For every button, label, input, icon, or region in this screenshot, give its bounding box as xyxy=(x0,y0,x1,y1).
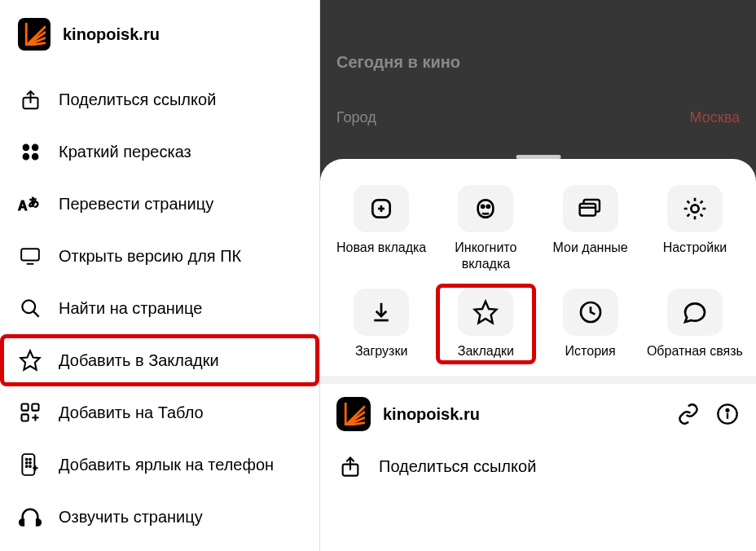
star-icon xyxy=(18,348,42,372)
gear-icon xyxy=(667,185,723,232)
tile-label: Новая вкладка xyxy=(336,240,426,256)
svg-rect-18 xyxy=(32,404,38,411)
summary-icon xyxy=(18,139,42,164)
sheet-share-row[interactable]: Поделиться ссылкой xyxy=(320,444,756,480)
svg-point-36 xyxy=(487,205,490,208)
sheet-site-name: kinopoisk.ru xyxy=(383,405,676,424)
kinopoisk-logo xyxy=(336,397,371,431)
svg-point-7 xyxy=(32,144,37,150)
svg-rect-17 xyxy=(22,404,29,411)
right-panel: Сегодня в кино Город Москва Новая вкладк… xyxy=(320,0,756,551)
sheet-site-row: kinopoisk.ru xyxy=(320,384,756,444)
svg-point-9 xyxy=(32,153,37,159)
svg-text:あ: あ xyxy=(29,196,39,208)
sheet-actions xyxy=(676,402,740,426)
phone-shortcut-icon xyxy=(18,452,42,477)
copy-link-button[interactable] xyxy=(676,402,701,426)
menu-item-label: Добавить ярлык на телефон xyxy=(59,456,274,474)
menu-list: Поделиться ссылкой Краткий пересказ Aあ П… xyxy=(0,73,319,543)
dim-city-value: Москва xyxy=(690,109,740,126)
sheet-share-label: Поделиться ссылкой xyxy=(379,457,536,476)
svg-point-28 xyxy=(29,465,31,467)
left-context-menu: kinopoisk.ru Поделиться ссылкой Краткий … xyxy=(0,0,320,551)
tile-label: Закладки xyxy=(458,343,514,359)
clock-icon xyxy=(563,289,618,336)
menu-item-add-shortcut[interactable]: Добавить ярлык на телефон xyxy=(0,439,319,491)
tile-bookmarks[interactable]: Закладки xyxy=(436,284,535,364)
site-name: kinopoisk.ru xyxy=(63,25,160,44)
plus-icon xyxy=(354,185,409,232)
chat-icon xyxy=(667,289,723,336)
tile-new-tab[interactable]: Новая вкладка xyxy=(332,180,431,277)
menu-item-translate[interactable]: Aあ Перевести страницу xyxy=(0,178,319,230)
tile-incognito[interactable]: Инкогнито вкладка xyxy=(436,180,535,277)
menu-item-label: Озвучить страницу xyxy=(59,508,203,527)
svg-rect-22 xyxy=(22,454,34,475)
svg-point-25 xyxy=(26,462,28,464)
dim-city-row: Город Москва xyxy=(336,109,740,126)
star-icon xyxy=(458,289,513,336)
search-icon xyxy=(18,296,42,320)
divider xyxy=(320,376,756,384)
svg-point-8 xyxy=(23,153,29,159)
menu-item-summary[interactable]: Краткий пересказ xyxy=(0,126,319,178)
svg-point-6 xyxy=(23,144,29,150)
incognito-icon xyxy=(458,185,513,232)
tile-feedback[interactable]: Обратная связь xyxy=(645,284,745,364)
desktop-icon xyxy=(18,244,42,268)
info-button[interactable] xyxy=(715,402,740,426)
menu-item-label: Краткий пересказ xyxy=(59,143,191,161)
svg-point-14 xyxy=(22,300,35,313)
menu-item-add-tableau[interactable]: Добавить на Табло xyxy=(0,386,319,439)
svg-point-40 xyxy=(691,205,698,212)
svg-line-15 xyxy=(33,311,38,316)
menu-item-label: Добавить на Табло xyxy=(59,403,204,422)
svg-point-51 xyxy=(727,409,729,412)
menu-item-desktop[interactable]: Открыть версию для ПК xyxy=(0,230,319,282)
tile-label: Инкогнито вкладка xyxy=(436,240,535,272)
tile-history[interactable]: История xyxy=(541,284,640,364)
tile-settings[interactable]: Настройки xyxy=(645,180,745,277)
menu-item-label: Открыть версию для ПК xyxy=(59,247,241,266)
dim-city-label: Город xyxy=(336,109,376,126)
tile-downloads[interactable]: Загрузки xyxy=(332,284,431,364)
site-header: kinopoisk.ru xyxy=(0,11,319,73)
headphones-icon xyxy=(18,505,42,529)
bottom-sheet: Новая вкладка Инкогнито вкладка xyxy=(320,159,756,551)
tile-grid: Новая вкладка Инкогнито вкладка xyxy=(320,180,756,364)
menu-item-add-bookmark[interactable]: Добавить в Закладки xyxy=(0,334,319,386)
svg-point-27 xyxy=(26,465,28,467)
tile-label: Загрузки xyxy=(355,343,407,359)
menu-item-label: Перевести страницу xyxy=(59,195,213,214)
dim-heading: Сегодня в кино xyxy=(336,53,740,72)
kinopoisk-logo xyxy=(18,18,51,51)
svg-point-35 xyxy=(481,205,484,208)
share-icon xyxy=(336,452,364,480)
dimmed-background: Сегодня в кино Город Москва xyxy=(320,0,756,159)
svg-text:A: A xyxy=(18,199,28,213)
svg-rect-19 xyxy=(22,414,29,421)
tableau-icon xyxy=(18,400,42,425)
menu-item-label: Поделиться ссылкой xyxy=(59,90,216,109)
menu-item-label: Найти на странице xyxy=(59,299,202,318)
tile-label: Мои данные xyxy=(553,240,628,256)
svg-point-26 xyxy=(29,462,31,464)
download-icon xyxy=(354,289,409,336)
svg-point-24 xyxy=(29,459,31,461)
tile-label: Обратная связь xyxy=(647,343,743,359)
tile-label: История xyxy=(565,343,616,359)
menu-item-share[interactable]: Поделиться ссылкой xyxy=(0,73,319,126)
menu-item-label: Добавить в Закладки xyxy=(59,351,219,370)
share-icon xyxy=(18,87,42,112)
translate-icon: Aあ xyxy=(18,192,42,216)
tile-my-data[interactable]: Мои данные xyxy=(541,180,640,277)
menu-item-find[interactable]: Найти на странице xyxy=(0,282,319,334)
tile-label: Настройки xyxy=(663,240,727,256)
svg-marker-43 xyxy=(475,302,497,324)
sheet-handle[interactable] xyxy=(516,155,560,159)
svg-rect-12 xyxy=(21,249,39,260)
svg-rect-38 xyxy=(579,204,595,216)
svg-point-23 xyxy=(26,459,28,461)
card-icon xyxy=(563,185,618,232)
menu-item-voice[interactable]: Озвучить страницу xyxy=(0,491,319,543)
